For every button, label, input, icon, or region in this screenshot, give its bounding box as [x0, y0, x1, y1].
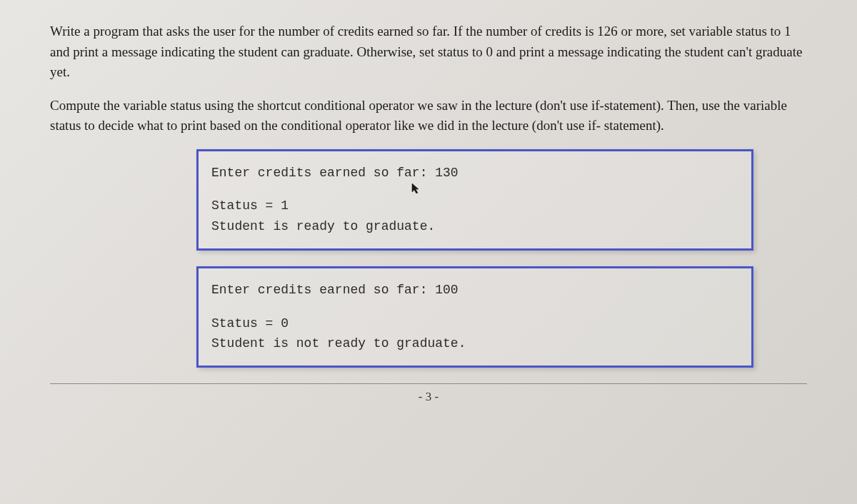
page-number: - 3 - [50, 390, 807, 404]
code1-line3: Student is ready to graduate. [211, 216, 738, 237]
code1-line2: Status = 1 [211, 196, 738, 216]
code-example-2: Enter credits earned so far: 100 Status … [196, 266, 753, 368]
blank-line [211, 301, 738, 313]
code2-line2: Status = 0 [211, 313, 738, 334]
code2-line3: Student is not ready to graduate. [211, 333, 738, 354]
code-example-1: Enter credits earned so far: 130 Status … [196, 149, 753, 251]
problem-paragraph-2: Compute the variable status using the sh… [50, 96, 807, 136]
code1-line1: Enter credits earned so far: 130 [211, 163, 738, 183]
cursor-icon [411, 183, 738, 196]
problem-paragraph-1: Write a program that asks the user for t… [50, 21, 807, 83]
code2-line1: Enter credits earned so far: 100 [211, 280, 738, 301]
code-examples-container: Enter credits earned so far: 130 Status … [50, 149, 807, 368]
page-divider [50, 383, 807, 384]
